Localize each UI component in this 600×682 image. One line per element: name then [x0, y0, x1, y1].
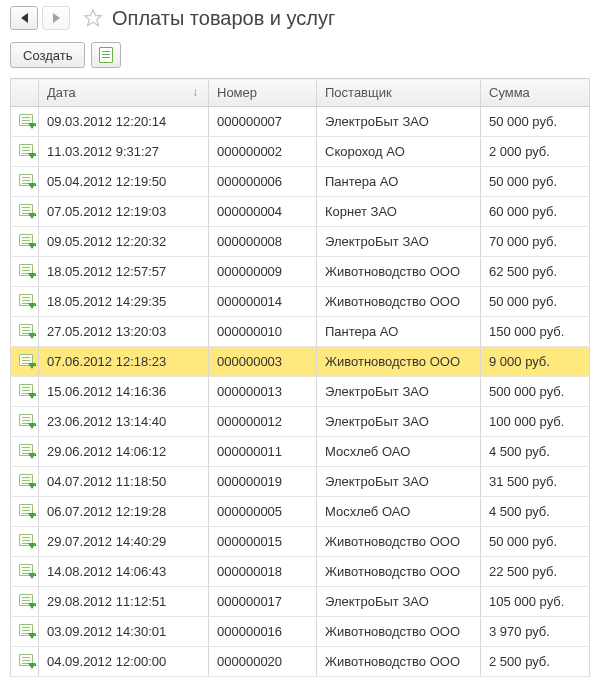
- table-row[interactable]: 18.05.2012 14:29:35000000014Животноводст…: [11, 287, 590, 317]
- posted-document-icon: [19, 204, 33, 216]
- cell-supplier: Скороход АО: [317, 137, 481, 167]
- sort-indicator-icon: ↓: [192, 85, 198, 99]
- table-row[interactable]: 29.06.2012 14:06:12000000011Мосхлеб ОАО4…: [11, 437, 590, 467]
- cell-supplier: Пантера АО: [317, 167, 481, 197]
- col-header-number[interactable]: Номер: [209, 79, 317, 107]
- table-row[interactable]: 11.03.2012 9:31:27000000002Скороход АО2 …: [11, 137, 590, 167]
- cell-number: 000000008: [209, 227, 317, 257]
- favorite-star-icon[interactable]: [82, 7, 104, 29]
- cell-supplier: Мосхлеб ОАО: [317, 437, 481, 467]
- table-row[interactable]: 15.06.2012 14:16:36000000013ЭлектроБыт З…: [11, 377, 590, 407]
- table-row[interactable]: 07.05.2012 12:19:03000000004Корнет ЗАО60…: [11, 197, 590, 227]
- cell-sum: 4 500 руб.: [481, 437, 590, 467]
- cell-number: 000000012: [209, 407, 317, 437]
- cell-supplier: Корнет ЗАО: [317, 197, 481, 227]
- cell-number: 000000019: [209, 467, 317, 497]
- print-button[interactable]: [91, 42, 121, 68]
- cell-supplier: Животноводство ООО: [317, 527, 481, 557]
- row-status-cell: [11, 137, 39, 167]
- posted-document-icon: [19, 384, 33, 396]
- cell-supplier: ЭлектроБыт ЗАО: [317, 467, 481, 497]
- cell-date: 29.07.2012 14:40:29: [39, 527, 209, 557]
- cell-number: 000000010: [209, 317, 317, 347]
- cell-sum: 150 000 руб.: [481, 317, 590, 347]
- cell-number: 000000006: [209, 167, 317, 197]
- table-row[interactable]: 18.05.2012 12:57:57000000009Животноводст…: [11, 257, 590, 287]
- table-row[interactable]: 29.07.2012 14:40:29000000015Животноводст…: [11, 527, 590, 557]
- nav-back-button[interactable]: [10, 6, 38, 30]
- cell-supplier: Животноводство ООО: [317, 287, 481, 317]
- table-row[interactable]: 04.09.2012 12:00:00000000020Животноводст…: [11, 647, 590, 677]
- cell-sum: 62 500 руб.: [481, 257, 590, 287]
- table-row[interactable]: 06.07.2012 12:19:28000000005Мосхлеб ОАО4…: [11, 497, 590, 527]
- cell-supplier: Животноводство ООО: [317, 647, 481, 677]
- svg-marker-0: [85, 10, 102, 26]
- table-row[interactable]: 09.05.2012 12:20:32000000008ЭлектроБыт З…: [11, 227, 590, 257]
- row-status-cell: [11, 617, 39, 647]
- table-row[interactable]: 27.05.2012 13:20:03000000010Пантера АО15…: [11, 317, 590, 347]
- posted-document-icon: [19, 534, 33, 546]
- cell-supplier: Мосхлеб ОАО: [317, 497, 481, 527]
- table-row[interactable]: 05.04.2012 12:19:50000000006Пантера АО50…: [11, 167, 590, 197]
- cell-supplier: Пантера АО: [317, 317, 481, 347]
- cell-number: 000000017: [209, 587, 317, 617]
- cell-number: 000000004: [209, 197, 317, 227]
- posted-document-icon: [19, 564, 33, 576]
- cell-supplier: ЭлектроБыт ЗАО: [317, 587, 481, 617]
- col-header-supplier[interactable]: Поставщик: [317, 79, 481, 107]
- row-status-cell: [11, 557, 39, 587]
- cell-number: 000000020: [209, 647, 317, 677]
- row-status-cell: [11, 317, 39, 347]
- cell-date: 15.06.2012 14:16:36: [39, 377, 209, 407]
- cell-date: 18.05.2012 12:57:57: [39, 257, 209, 287]
- table-row[interactable]: 07.06.2012 12:18:23000000003Животноводст…: [11, 347, 590, 377]
- cell-sum: 2 500 руб.: [481, 647, 590, 677]
- cell-sum: 105 000 руб.: [481, 587, 590, 617]
- cell-supplier: Животноводство ООО: [317, 617, 481, 647]
- cell-supplier: Животноводство ООО: [317, 347, 481, 377]
- table-row[interactable]: 09.03.2012 12:20:14000000007ЭлектроБыт З…: [11, 107, 590, 137]
- posted-document-icon: [19, 624, 33, 636]
- table-row[interactable]: 04.07.2012 11:18:50000000019ЭлектроБыт З…: [11, 467, 590, 497]
- row-status-cell: [11, 167, 39, 197]
- posted-document-icon: [19, 654, 33, 666]
- cell-date: 29.08.2012 11:12:51: [39, 587, 209, 617]
- cell-number: 000000014: [209, 287, 317, 317]
- payments-table: Дата ↓ Номер Поставщик Сумма 09.03.2012 …: [10, 78, 590, 677]
- cell-supplier: ЭлектроБыт ЗАО: [317, 377, 481, 407]
- posted-document-icon: [19, 174, 33, 186]
- cell-number: 000000007: [209, 107, 317, 137]
- create-button[interactable]: Создать: [10, 42, 85, 68]
- table-row[interactable]: 03.09.2012 14:30:01000000016Животноводст…: [11, 617, 590, 647]
- col-header-date-label: Дата: [47, 85, 76, 100]
- row-status-cell: [11, 227, 39, 257]
- cell-date: 14.08.2012 14:06:43: [39, 557, 209, 587]
- cell-date: 03.09.2012 14:30:01: [39, 617, 209, 647]
- col-header-sum[interactable]: Сумма: [481, 79, 590, 107]
- cell-date: 04.09.2012 12:00:00: [39, 647, 209, 677]
- table-row[interactable]: 29.08.2012 11:12:51000000017ЭлектроБыт З…: [11, 587, 590, 617]
- posted-document-icon: [19, 594, 33, 606]
- table-row[interactable]: 23.06.2012 13:14:40000000012ЭлектроБыт З…: [11, 407, 590, 437]
- table-row[interactable]: 14.08.2012 14:06:43000000018Животноводст…: [11, 557, 590, 587]
- create-button-label: Создать: [23, 48, 72, 63]
- posted-document-icon: [19, 504, 33, 516]
- cell-date: 05.04.2012 12:19:50: [39, 167, 209, 197]
- col-header-date[interactable]: Дата ↓: [39, 79, 209, 107]
- cell-number: 000000013: [209, 377, 317, 407]
- row-status-cell: [11, 647, 39, 677]
- cell-date: 07.06.2012 12:18:23: [39, 347, 209, 377]
- row-status-cell: [11, 407, 39, 437]
- cell-sum: 500 000 руб.: [481, 377, 590, 407]
- cell-sum: 60 000 руб.: [481, 197, 590, 227]
- cell-number: 000000016: [209, 617, 317, 647]
- col-header-icon[interactable]: [11, 79, 39, 107]
- posted-document-icon: [19, 474, 33, 486]
- cell-sum: 50 000 руб.: [481, 107, 590, 137]
- posted-document-icon: [19, 414, 33, 426]
- cell-date: 09.05.2012 12:20:32: [39, 227, 209, 257]
- table-header-row: Дата ↓ Номер Поставщик Сумма: [11, 79, 590, 107]
- posted-document-icon: [19, 144, 33, 156]
- cell-date: 06.07.2012 12:19:28: [39, 497, 209, 527]
- nav-forward-button[interactable]: [42, 6, 70, 30]
